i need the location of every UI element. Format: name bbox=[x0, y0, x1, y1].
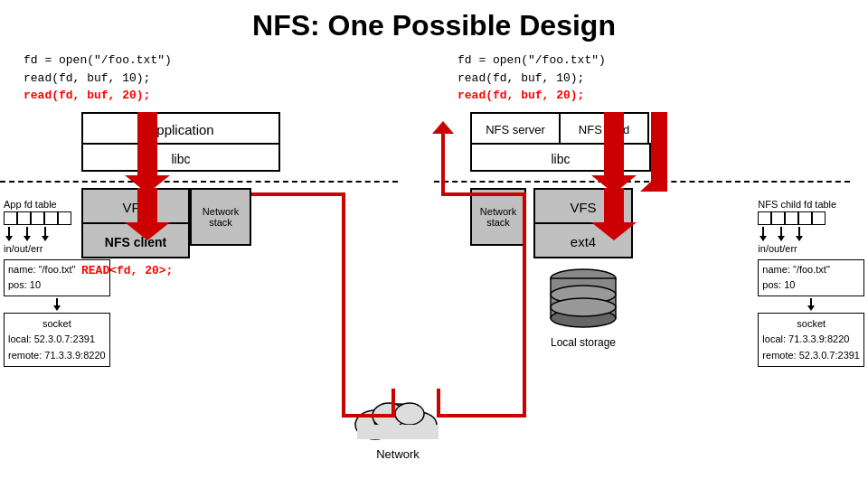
socket-left: socket local: 52.3.0.7:2391 remote: 71.3… bbox=[4, 313, 110, 368]
name-pos-right: name: "/foo.txt" pos: 10 bbox=[758, 259, 864, 296]
fd-cell bbox=[44, 211, 58, 225]
socket-remote-right: remote: 52.3.0.7:2391 bbox=[762, 348, 860, 364]
vfs-box-right: VFS bbox=[533, 188, 633, 224]
ext4-box: ext4 bbox=[533, 222, 633, 258]
fd-cell bbox=[4, 211, 17, 225]
read-cmd: READ<fd, 20>; bbox=[81, 264, 173, 277]
local-storage-label: Local storage bbox=[524, 336, 642, 349]
dashed-line-left bbox=[0, 181, 398, 183]
socket-label-left: socket bbox=[8, 316, 106, 333]
libc-box-right: libc bbox=[470, 143, 651, 172]
left-code-line1: fd = open("/foo.txt") bbox=[24, 52, 427, 70]
fd-cell-r bbox=[798, 211, 812, 225]
fd-cell-r bbox=[785, 211, 798, 225]
socket-remote-left: remote: 71.3.3.9:8220 bbox=[8, 348, 106, 364]
right-diagram: NFS server NFS child libc VFS ext4 Netwo… bbox=[434, 112, 868, 419]
fd-cell bbox=[17, 211, 31, 225]
nfsserver-box: NFS server bbox=[470, 112, 561, 145]
fd-cell-r bbox=[758, 211, 771, 225]
right-column: fd = open("/foo.txt") read(fd, buf, 10);… bbox=[434, 48, 868, 419]
fd-cell bbox=[58, 211, 71, 225]
netstack-box-right: Network stack bbox=[470, 188, 526, 246]
nfs-child-fd-label: NFS child fd table bbox=[758, 199, 864, 210]
cylinder-icon bbox=[547, 267, 619, 331]
fd-cell-r bbox=[812, 211, 826, 225]
fd-table-right: NFS child fd table bbox=[758, 199, 864, 368]
netstack-box-left: Network stack bbox=[190, 188, 251, 246]
right-code-line2: read(fd, buf, 10); bbox=[458, 70, 861, 88]
socket-local-right: local: 71.3.3.9:8220 bbox=[762, 332, 860, 348]
fd-cell-r bbox=[771, 211, 785, 225]
left-code-line3: read(fd, buf, 20); bbox=[24, 87, 427, 105]
application-box: Application bbox=[81, 112, 280, 145]
right-code-line1: fd = open("/foo.txt") bbox=[458, 52, 861, 70]
socket-right: socket local: 71.3.3.9:8220 remote: 52.3… bbox=[758, 313, 864, 368]
nfschild-box: NFS child bbox=[559, 112, 649, 145]
fd-cell bbox=[31, 211, 44, 225]
right-code: fd = open("/foo.txt") read(fd, buf, 10);… bbox=[450, 48, 868, 108]
socket-label-right: socket bbox=[762, 316, 860, 333]
left-column: fd = open("/foo.txt") read(fd, buf, 10);… bbox=[0, 48, 434, 419]
network-label: Network bbox=[344, 447, 452, 461]
dashed-line-right bbox=[434, 181, 850, 183]
left-diagram: App fd table bbox=[0, 112, 434, 419]
nfsclient-box: NFS client bbox=[81, 222, 190, 258]
network-cloud-icon bbox=[348, 389, 448, 447]
right-code-line3: read(fd, buf, 20); bbox=[458, 87, 861, 105]
left-code: fd = open("/foo.txt") read(fd, buf, 10);… bbox=[16, 48, 434, 108]
in-out-err-right: in/out/err bbox=[758, 243, 864, 254]
vfs-box-left: VFS bbox=[81, 188, 190, 224]
svg-rect-23 bbox=[357, 425, 439, 439]
page-title: NFS: One Possible Design bbox=[0, 0, 868, 48]
left-code-line2: read(fd, buf, 10); bbox=[24, 70, 427, 88]
network-area: Network bbox=[344, 389, 452, 461]
svg-point-11 bbox=[551, 298, 616, 316]
fd-row-r bbox=[758, 211, 864, 225]
libc-box-left: libc bbox=[81, 143, 280, 172]
socket-local-left: local: 52.3.0.7:2391 bbox=[8, 332, 106, 348]
svg-rect-17 bbox=[651, 112, 667, 192]
svg-point-22 bbox=[395, 403, 424, 425]
local-storage: Local storage bbox=[524, 267, 642, 349]
